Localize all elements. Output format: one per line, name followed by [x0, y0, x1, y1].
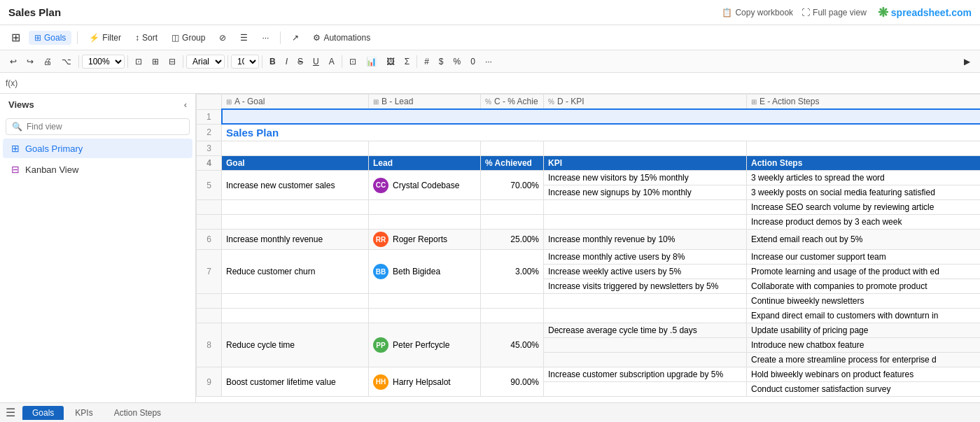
col-a-header[interactable]: ⊞ A - Goal [222, 94, 369, 110]
cell-b6[interactable]: RR Roger Reports [369, 230, 481, 250]
cell-c5[interactable]: 70.00% [481, 171, 544, 200]
cell-a1[interactable] [222, 109, 981, 124]
cell-d7d[interactable] [544, 294, 747, 309]
cell-e5-2[interactable]: 3 weekly posts on social media featuring… [747, 185, 981, 200]
cell-a5d[interactable] [222, 215, 369, 230]
cell-d8-1[interactable]: Decrease average cycle time by .5 days [544, 323, 747, 338]
format-btn[interactable]: ⌥ [57, 55, 76, 68]
chart-btn[interactable]: 📊 [362, 55, 381, 68]
sort-btn[interactable]: ↕ Sort [130, 31, 163, 45]
share-btn[interactable]: ↗ [286, 31, 304, 45]
filter-btn[interactable]: ⚡ Filter [83, 31, 127, 45]
cell-d8-2[interactable] [544, 338, 747, 353]
cell-d3[interactable] [544, 141, 747, 156]
cell-d7-2[interactable]: Increase weekly active users by 5% [544, 265, 747, 279]
cell-e7-2[interactable]: Promote learning and usage of the produc… [747, 265, 981, 279]
cell-e9-1[interactable]: Hold biweekly webinars on product featur… [747, 367, 981, 382]
print-btn[interactable]: 🖨 [39, 55, 56, 68]
cell-a5c[interactable] [222, 200, 369, 215]
strikethrough-btn[interactable]: S [293, 55, 307, 68]
redo-btn[interactable]: ↪ [22, 55, 38, 68]
italic-btn[interactable]: I [281, 55, 292, 68]
cell-c9[interactable]: 90.00% [481, 367, 544, 397]
cell-e8-2[interactable]: Introduce new chatbox feature [747, 338, 981, 353]
copy-workbook-btn[interactable]: 📋 Copy workbook [722, 8, 793, 17]
cell-d7-1[interactable]: Increase monthly active users by 8% [544, 250, 747, 265]
cell-e3[interactable] [747, 141, 981, 156]
cell-d9-1[interactable]: Increase customer subscription upgrade b… [544, 367, 747, 382]
decimal-btn[interactable]: 0 [466, 55, 479, 68]
cell-d5-2[interactable]: Increase new signups by 10% monthly [544, 185, 747, 200]
font-size-select[interactable]: 10 [231, 55, 259, 69]
borders-btn[interactable]: ⊟ [164, 55, 180, 68]
cell-d5-1[interactable]: Increase new visitors by 15% monthly [544, 171, 747, 185]
cell-e7d[interactable]: Continue biweekly newsletters [747, 294, 981, 309]
cell-e5d[interactable]: Increase product demos by 3 each week [747, 215, 981, 230]
hide-btn[interactable]: ⊘ [214, 31, 232, 45]
cell-e7-3[interactable]: Collaborate with companies to promote pr… [747, 279, 981, 294]
sheet-container[interactable]: ⊞ A - Goal ⊞ B - Lead % [196, 94, 980, 402]
tab-action-steps[interactable]: Action Steps [104, 406, 171, 420]
cell-a4[interactable]: Goal [222, 156, 369, 171]
cell-a8[interactable]: Reduce cycle time [222, 323, 369, 367]
cell-d6-1[interactable]: Increase monthly revenue by 10% [544, 230, 747, 250]
cell-b7d[interactable] [369, 294, 481, 309]
cell-d7e[interactable] [544, 309, 747, 323]
cell-e7e[interactable]: Expand direct email to customers with do… [747, 309, 981, 323]
full-page-view-btn[interactable]: ⛶ Full page view [802, 8, 867, 17]
cell-e7-1[interactable]: Increase our customer support team [747, 250, 981, 265]
cell-a9[interactable]: Boost customer lifetime value [222, 367, 369, 397]
cell-e4[interactable]: Action Steps [747, 156, 981, 171]
bold-btn[interactable]: B [265, 55, 280, 68]
automations-btn[interactable]: ⚙ Automations [307, 31, 376, 45]
cell-b7[interactable]: BB Beth Bigidea [369, 250, 481, 294]
cell-e8-3[interactable]: Create a more streamline process for ent… [747, 353, 981, 367]
cell-c5d[interactable] [481, 215, 544, 230]
cell-a5[interactable]: Increase new customer sales [222, 171, 369, 200]
search-input[interactable] [27, 122, 183, 132]
rows-btn[interactable]: ☰ [234, 31, 253, 45]
cell-c7d[interactable] [481, 294, 544, 309]
hash-btn[interactable]: # [420, 55, 433, 68]
text-color-btn[interactable]: A [325, 55, 339, 68]
group-btn[interactable]: ◫ Group [166, 31, 211, 45]
cell-a7e[interactable] [222, 309, 369, 323]
cell-e5-1[interactable]: 3 weekly articles to spread the word [747, 171, 981, 185]
cell-c7[interactable]: 3.00% [481, 250, 544, 294]
cell-c4[interactable]: % Achieved [481, 156, 544, 171]
col-c-header[interactable]: % C - % Achie [481, 94, 544, 110]
tab-kpis[interactable]: KPIs [65, 406, 102, 420]
cell-d5c[interactable] [544, 200, 747, 215]
cell-a2[interactable]: Sales Plan [222, 124, 981, 141]
cell-e6-1[interactable]: Extend email reach out by 5% [747, 230, 981, 250]
cell-b5d[interactable] [369, 215, 481, 230]
cell-b3[interactable] [369, 141, 481, 156]
cell-b4[interactable]: Lead [369, 156, 481, 171]
cell-a7d[interactable] [222, 294, 369, 309]
dollar-btn[interactable]: $ [435, 55, 448, 68]
formula-input[interactable] [23, 78, 974, 88]
cell-e5c[interactable]: Increase SEO search volume by reviewing … [747, 200, 981, 215]
undo-btn[interactable]: ↩ [6, 55, 21, 68]
underline-btn[interactable]: U [309, 55, 323, 68]
font-select[interactable]: Arial [186, 55, 225, 69]
tab-goals[interactable]: Goals [22, 406, 64, 420]
cell-c7e[interactable] [481, 309, 544, 323]
cell-a3[interactable] [222, 141, 369, 156]
cell-c8[interactable]: 45.00% [481, 323, 544, 367]
cell-d8-3[interactable] [544, 353, 747, 367]
sidebar-item-goals[interactable]: ⊞ Goals Primary [3, 139, 192, 158]
cell-c6[interactable]: 25.00% [481, 230, 544, 250]
collapse-icon[interactable]: ‹ [184, 99, 187, 110]
hamburger-icon[interactable]: ☰ [6, 406, 15, 419]
cell-d5d[interactable] [544, 215, 747, 230]
cell-b7e[interactable] [369, 309, 481, 323]
cell-e8-1[interactable]: Update usability of pricing page [747, 323, 981, 338]
cell-d9-2[interactable] [544, 382, 747, 397]
cell-c3[interactable] [481, 141, 544, 156]
view-toggle-btn[interactable]: ⊞ [6, 29, 26, 46]
right-panel-btn[interactable]: ▶ [960, 55, 974, 68]
cell-b9[interactable]: HH Harry Helpsalot [369, 367, 481, 397]
col-e-header[interactable]: ⊞ E - Action Steps [747, 94, 981, 110]
more-btn[interactable]: ··· [256, 31, 274, 45]
